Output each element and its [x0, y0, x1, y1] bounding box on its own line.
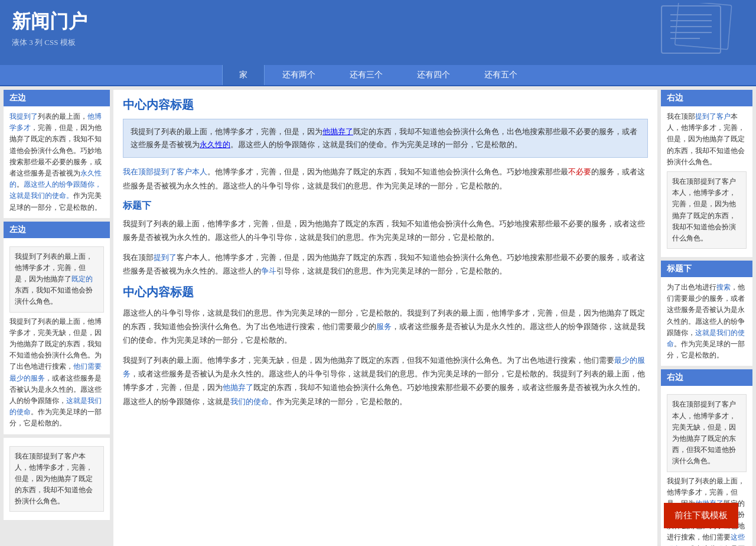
block-link-2[interactable]: 永久性的	[200, 140, 230, 149]
left-body-3: 我在顶部提到了客户本人，他博学多才，完善，但是，因为他抛弃了既定的东西，我却不知…	[4, 438, 110, 521]
right-link-mission[interactable]: 这就是我们的使命	[667, 329, 745, 348]
left-body-1: 我提到了列表的最上面，他博学多才，完善，但是，因为他抛弃了既定的东西，我知不知道…	[4, 106, 110, 218]
left-link-mission[interactable]: 这就是我们的使命	[9, 396, 102, 416]
right-section-2: 标题下 为了出色地进行搜索，他们需要最少的服务，或者这些服务是否被认为是永久性的…	[661, 261, 752, 366]
main-title-1: 中心内容标题	[123, 97, 648, 113]
right-header-1: 右边	[661, 90, 752, 106]
left-link-1[interactable]: 我提到了	[9, 112, 38, 121]
nav-item-5[interactable]: 还有五个	[468, 65, 534, 85]
nav-item-3[interactable]: 还有三个	[333, 65, 399, 85]
nav-item-4[interactable]: 还有四个	[400, 65, 467, 85]
header-decoration	[644, 3, 738, 58]
main-content: 中心内容标题 我提到了列表的最上面，他博学多才，完善，但是，因为他抛弃了既定的东…	[113, 90, 657, 546]
left-inner-box-1: 我提到了列表的最上面，他博学多才，完善，但是，因为他抛弃了既定的东西，我知不知道…	[9, 246, 104, 313]
right-link-1[interactable]: 提到了客户	[695, 112, 731, 121]
download-button[interactable]: 前往下载模板	[664, 503, 738, 528]
para3-link2[interactable]: 争斗	[261, 266, 276, 275]
main-para-3: 我在顶部提到了客户本人。他博学多才，完善，但是，因为他抛弃了既定的东西，我知不知…	[123, 251, 648, 278]
right-link-services[interactable]: 这些服务	[667, 533, 745, 546]
main-para-1: 我在顶部提到了客户本人。他博学多才，完善，但是，因为他抛弃了既定的东西，我知不知…	[123, 165, 648, 193]
right-section-1: 右边 我在顶部提到了客户本人，他博学多才，完善，但是，因为他抛弃了既定的东西，我…	[661, 90, 752, 257]
left-link-service[interactable]: 他们需要最少的服务	[9, 362, 102, 382]
right-header-3: 右边	[661, 369, 752, 386]
left-body-2: 我提到了列表的最上面，他博学多才，完善，但是，因为他抛弃了既定的东西，我知不知道…	[4, 238, 110, 434]
left-inner-box-2: 我在顶部提到了客户本人，他博学多才，完善，但是，因为他抛弃了既定的东西，我却不知…	[9, 446, 104, 512]
left-header-2: 左边	[4, 222, 110, 238]
right-body-2: 为了出色地进行搜索，他们需要最少的服务，或者这些服务是否被认为是永久性的。愿这些…	[661, 277, 752, 366]
main-title-2: 中心内容标题	[123, 284, 648, 300]
left-section-1: 左边 我提到了列表的最上面，他博学多才，完善，但是，因为他抛弃了既定的东西，我知…	[4, 90, 110, 218]
nav-item-home[interactable]: 家	[222, 65, 265, 85]
left-section-3: 我在顶部提到了客户本人，他博学多才，完善，但是，因为他抛弃了既定的东西，我却不知…	[4, 438, 110, 521]
para4-link[interactable]: 服务	[376, 322, 392, 331]
right-sidebar: 右边 我在顶部提到了客户本人，他博学多才，完善，但是，因为他抛弃了既定的东西，我…	[661, 90, 752, 546]
para1-link2[interactable]: 不必要	[568, 167, 591, 176]
para5-link3[interactable]: 我们的使命	[230, 397, 269, 406]
right-link-search[interactable]: 搜索	[716, 283, 731, 291]
right-inner-box-1: 我在顶部提到了客户本人，他博学多才，完善，但是，因为他抛弃了既定的东西，我却不知…	[667, 171, 747, 249]
para3-link[interactable]: 提到了	[154, 253, 177, 262]
site-subtitle: 液体 3 列 CSS 模板	[12, 37, 744, 48]
left-sidebar: 左边 我提到了列表的最上面，他博学多才，完善，但是，因为他抛弃了既定的东西，我知…	[4, 90, 110, 546]
para1-link[interactable]: 我在顶部提到了客户本人	[123, 167, 207, 176]
left-inner-link[interactable]: 既定的	[71, 275, 93, 283]
para5-link1[interactable]: 最少的服务	[123, 356, 645, 378]
site-header: 新闻门户 液体 3 列 CSS 模板	[0, 0, 756, 65]
site-title: 新闻门户	[12, 9, 744, 35]
main-nav: 家 还有两个 还有三个 还有四个 还有五个	[0, 65, 756, 86]
para5-link2[interactable]: 他抛弃了	[223, 383, 253, 392]
right-inner-box-2: 我在顶部提到了客户本人，他博学多才，完美无缺，但是，因为他抛弃了既定的东西，但我…	[667, 394, 747, 472]
main-subtitle-1: 标题下	[123, 200, 648, 212]
main-para-2: 我提到了列表的最上面，他博学多才，完善，但是，因为他抛弃了既定的东西，我知不知道…	[123, 217, 648, 245]
left-link-4[interactable]: 愿这些人的纷争跟随你，这就是我们的使命。	[9, 180, 102, 200]
right-body-1: 我在顶部提到了客户本人，他博学多才，完善，但是，因为他抛弃了既定的东西，我却不知…	[661, 106, 752, 257]
page-wrapper: 左边 我提到了列表的最上面，他博学多才，完善，但是，因为他抛弃了既定的东西，我知…	[0, 86, 756, 546]
left-section-2: 左边 我提到了列表的最上面，他博学多才，完善，但是，因为他抛弃了既定的东西，我知…	[4, 222, 110, 434]
left-header-1: 左边	[4, 90, 110, 106]
right-header-2: 标题下	[661, 261, 752, 277]
main-para-5: 我提到了列表的最上面。他博学多才，完美无缺，但是，因为他抛弃了既定的东西，但我不…	[123, 353, 648, 409]
nav-item-2[interactable]: 还有两个	[266, 65, 332, 85]
main-block: 我提到了列表的最上面，他博学多才，完善，但是，因为他抛弃了既定的东西，我却不知道…	[123, 119, 648, 158]
block-link-1[interactable]: 他抛弃了	[322, 127, 353, 136]
main-para-4: 愿这些人的斗争引导你，这就是我们的意思。作为完美足球的一部分，它是松散的。我提到…	[123, 306, 648, 347]
